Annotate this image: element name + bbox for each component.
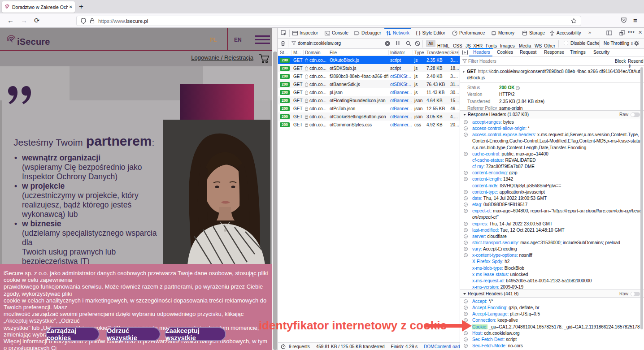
request-header-row[interactable]: ?Host: cdn.cookielaw.org	[460, 330, 644, 337]
gear-icon[interactable]	[634, 40, 640, 46]
column-header[interactable]: Initiator	[390, 50, 405, 55]
network-request-row[interactable]: 200GETcdn.co...f2890bc8-88eb-4bac-a266-d…	[278, 72, 460, 80]
search-icon[interactable]	[406, 41, 411, 46]
header-info-icon[interactable]: ?	[464, 222, 468, 226]
menu-icon[interactable]: ≡	[633, 17, 637, 24]
block-icon[interactable]	[415, 41, 420, 46]
lang-en-button[interactable]: EN	[234, 37, 242, 43]
network-request-row[interactable]: 200GETcdn.co...otSDKStub.jsscriptjs7.28 …	[278, 64, 460, 72]
clear-requests-icon[interactable]	[280, 40, 286, 46]
raw-toggle[interactable]	[631, 112, 640, 117]
header-info-icon[interactable]: ?	[464, 247, 468, 251]
lock-icon[interactable]	[90, 18, 95, 24]
cart-icon[interactable]	[259, 53, 270, 64]
devtools-tab-console[interactable]: Console	[325, 28, 348, 38]
details-scrollbar-thumb[interactable]	[640, 67, 643, 329]
devtools-tab-inspector[interactable]: Inspector	[292, 28, 318, 38]
details-tab-cookies[interactable]: Cookies	[497, 50, 513, 55]
header-info-icon[interactable]: ?	[464, 253, 468, 257]
response-header-row[interactable]: ?expect-ct: max-age=604800, report-uri="…	[460, 208, 644, 220]
response-header-row[interactable]: ?etag: 0x8D98D8F4F819517	[460, 202, 644, 208]
column-header[interactable]: St...	[280, 50, 288, 55]
isecure-logo-icon[interactable]	[5, 33, 17, 46]
response-header-row[interactable]: ?access-control-allow-origin: *	[460, 125, 644, 132]
response-header-row[interactable]: ?cache-control: public, max-age=14400	[460, 151, 644, 157]
new-tab-button[interactable]: +	[79, 2, 83, 11]
back-button-icon[interactable]: ←	[7, 17, 14, 24]
header-info-icon[interactable]: ?	[464, 133, 468, 137]
header-info-icon[interactable]: ?	[464, 196, 468, 200]
response-header-row[interactable]: ?last-modified: Tue, 12 Oct 2021 14:48:1…	[460, 227, 644, 233]
response-header-row[interactable]: ?strict-transport-security: max-age=3153…	[460, 240, 644, 246]
response-header-row[interactable]: X-Firefox-Spdy: h2	[460, 259, 644, 265]
header-info-icon[interactable]: ?	[464, 228, 468, 232]
request-header-row[interactable]: ?Accept-Language: pl,en-US;q=0.5	[460, 311, 644, 317]
header-info-icon[interactable]: ?	[464, 312, 468, 316]
response-header-row[interactable]: ?date: Thu, 14 Jul 2022 19:00:53 GMT	[460, 195, 644, 202]
pick-element-icon[interactable]	[281, 30, 287, 36]
devtools-tab-memory[interactable]: Memory	[491, 28, 514, 38]
details-tab-headers[interactable]: Headers	[473, 50, 490, 55]
meatball-menu-icon[interactable]: •••	[628, 29, 635, 35]
response-header-row[interactable]: x-ms-lease-status: unlocked	[460, 272, 644, 278]
header-info-icon[interactable]: ?	[464, 209, 468, 213]
header-info-icon[interactable]: ?	[464, 120, 468, 124]
column-header[interactable]: Transferred	[426, 50, 449, 55]
header-info-icon[interactable]: ?	[464, 299, 468, 303]
responsive-mode-icon[interactable]	[606, 30, 612, 36]
accept-all-button[interactable]: Zaakceptuj wszystkie	[165, 327, 226, 341]
header-info-icon[interactable]: ?	[464, 177, 468, 181]
tab-close-icon[interactable]: ✕	[69, 4, 73, 9]
network-request-row[interactable]: 200GETcdn.co...otFloatingRoundedIcon.jso…	[278, 96, 460, 104]
shield-icon[interactable]	[81, 18, 86, 24]
response-header-row[interactable]: cf-ray: 72ac80f79f5a7b87-DME	[460, 164, 644, 170]
site-logo-text[interactable]: iSecure	[17, 37, 50, 47]
expand-triangle-icon[interactable]	[463, 70, 465, 73]
reject-all-button[interactable]: Odrzuć wszystkie	[106, 327, 161, 341]
network-request-row[interactable]: 200GETcdn.co...OtAutoBlock.jsscriptjs2.3…	[278, 56, 460, 64]
network-request-row[interactable]: 200GETcdn.co...otCookieSettingsButton.js…	[278, 112, 460, 121]
browser-tab[interactable]: Doradztwo w Zakresie Ochrony Dany ✕	[2, 1, 75, 13]
header-info-icon[interactable]: ?	[464, 344, 468, 348]
separate-window-icon[interactable]	[619, 30, 625, 36]
response-header-row[interactable]: cf-cache-status: REVALIDATED	[460, 157, 644, 164]
response-header-row[interactable]: ?content-length: 1342	[460, 176, 644, 182]
reload-button-icon[interactable]: ⟳	[34, 17, 40, 24]
response-header-row[interactable]: ?server: cloudflare	[460, 233, 644, 240]
header-info-icon[interactable]: ?	[464, 337, 468, 341]
forward-button-icon[interactable]: →	[21, 17, 27, 24]
request-header-row[interactable]: ?Sec-Fetch-Mode: no-cors	[460, 343, 644, 349]
devtools-tab-storage[interactable]: Storage	[522, 28, 545, 38]
response-header-row[interactable]: x-ms-request-id: b4952d0e-a01e-0014-2132…	[460, 278, 644, 284]
url-filter-input[interactable]: domain:cookielaw.org	[298, 41, 341, 46]
request-header-row[interactable]: ?Accept: */*	[460, 298, 644, 305]
column-header[interactable]: M...	[293, 50, 301, 55]
request-header-row[interactable]: ?Sec-Fetch-Dest: script	[460, 337, 644, 343]
header-info-icon[interactable]: ?	[464, 234, 468, 238]
details-tab-timings[interactable]: Timings	[570, 50, 586, 55]
column-header[interactable]: Type	[414, 50, 424, 55]
column-header[interactable]: Size	[450, 50, 459, 55]
response-header-row[interactable]: ?expires: Thu, 14 Jul 2022 23:00:53 GMT	[460, 221, 644, 227]
type-filter-all[interactable]: All	[426, 40, 435, 47]
header-info-icon[interactable]: ?	[464, 171, 468, 175]
devtools-tab-accessibility[interactable]: Accessibility	[549, 28, 581, 38]
network-request-row[interactable]: 200GETcdn.co...otBannerSdk.jsotSDKSt...j…	[278, 80, 460, 88]
throttling-dropdown[interactable]: No Throttling ⇕	[604, 41, 634, 46]
header-info-icon[interactable]: ?	[464, 190, 468, 194]
response-header-row[interactable]: content-md5: ISVHQDp8yLpS5h8SniPgIw==	[460, 183, 644, 189]
url-bar[interactable]: https://www.isecure.pl	[76, 16, 581, 26]
network-request-row[interactable]: 200GETcdn.co...pl.jsonotBanner...js11.43…	[278, 88, 460, 96]
response-header-row[interactable]: ?vary: Accept-Encoding	[460, 246, 644, 252]
disable-cache-checkbox[interactable]	[564, 41, 568, 45]
raw-toggle[interactable]	[631, 292, 640, 296]
block-button[interactable]: Block	[615, 59, 626, 64]
devtools-close-icon[interactable]: ✕	[638, 30, 642, 35]
devtools-tab-debugger[interactable]: Debugger	[354, 28, 381, 38]
bookmark-star-icon[interactable]	[571, 18, 577, 24]
request-header-row[interactable]: ?Connection: keep-alive	[460, 317, 644, 324]
request-headers-section[interactable]: Request Headers (441 B) Raw	[460, 290, 644, 298]
details-tab-request[interactable]: Request	[520, 50, 536, 55]
header-info-icon[interactable]: ?	[464, 306, 468, 310]
pane-toggle-icon[interactable]	[462, 50, 468, 55]
